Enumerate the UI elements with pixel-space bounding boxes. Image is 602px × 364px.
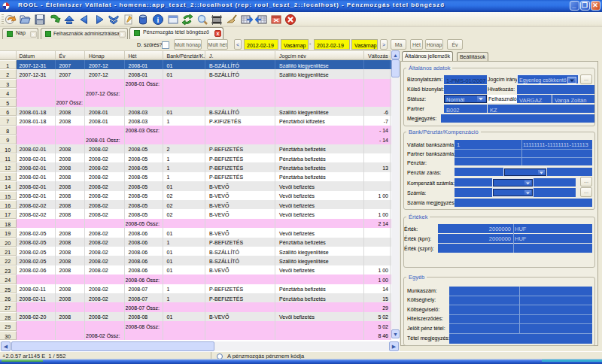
svg-text:i: i xyxy=(157,16,160,24)
